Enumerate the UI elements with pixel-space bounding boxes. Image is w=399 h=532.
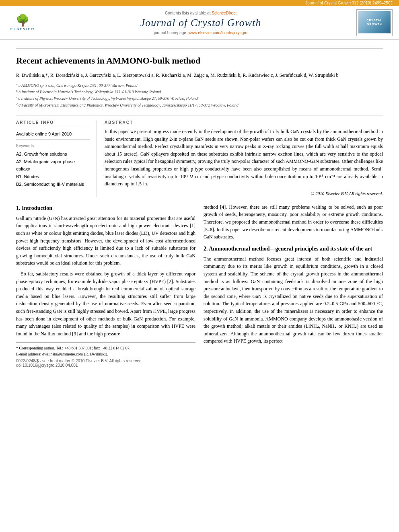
divider2	[16, 140, 90, 140]
crystal-logo-text: CRYSTALGROWTH	[366, 18, 382, 26]
journal-title-block: Contents lists available at ScienceDirec…	[45, 11, 356, 35]
crystal-growth-logo: CRYSTALGROWTH	[356, 9, 393, 36]
body-col-left: 1. Introduction Gallium nitride (GaN) ha…	[16, 203, 195, 368]
elsevier-tree-icon: 🌳	[16, 15, 30, 26]
sciencedirect-link: Contents lists available at ScienceDirec…	[45, 11, 356, 15]
keyword-4: B2. Semiconducting III-V materials	[16, 181, 90, 188]
authors: R. Dwiliński a,*, R. Doradziński a, J. G…	[16, 72, 383, 79]
crystal-logo-image: CRYSTALGROWTH	[358, 11, 391, 33]
keyword-3: B1. Nitrides	[16, 173, 90, 181]
affiliation-c: c c Institute of Physics, Wroclaw Univer…	[16, 95, 383, 102]
ammonothermal-para-1: The ammonothermal method focuses great i…	[204, 255, 383, 345]
issn: 0022-0248/$ - see front matter © 2010 El…	[16, 359, 195, 363]
intro-continuation: method [4]. However, there are still man…	[204, 203, 383, 241]
issn-line: 0022-0248/$ - see front matter © 2010 El…	[16, 359, 195, 368]
citation-bar: Journal of Crystal Growth 312 (2010) 249…	[0, 0, 399, 6]
email-note: E-mail address: dwilinski@ammono.com (R.…	[16, 351, 195, 357]
elsevier-wordmark: ELSEVIER	[10, 27, 35, 31]
divider	[16, 128, 90, 128]
article-title: Recent achievements in AMMONO-bulk metho…	[16, 48, 383, 67]
intro-para-1: Gallium nitride (GaN) has attracted grea…	[16, 215, 195, 267]
main-content: Recent achievements in AMMONO-bulk metho…	[0, 40, 399, 376]
footnote: * Corresponding author. Tel.: +48 601 38…	[16, 342, 195, 357]
intro-body: Gallium nitride (GaN) has attracted grea…	[16, 215, 195, 338]
citation-text: Journal of Crystal Growth 312 (2010) 249…	[305, 1, 393, 5]
affiliation-d: d d Faculty of Microsystem Electronics a…	[16, 102, 383, 109]
doi: doi:10.1016/j.jcrysgro.2010.04.001	[16, 363, 195, 368]
sciencedirect-anchor[interactable]: ScienceDirect	[212, 11, 237, 15]
abstract-col: ABSTRACT In this paper we present progre…	[105, 120, 383, 197]
body-columns: 1. Introduction Gallium nitride (GaN) ha…	[16, 203, 383, 368]
journal-homepage: journal homepage: www.elsevier.com/locat…	[45, 31, 356, 35]
keyword-2: A2. Metalorganic vapor phase epitaxy	[16, 158, 90, 173]
affiliation-a: a a AMMONO sp. z o.o., Czerwonego Krzyża…	[16, 82, 383, 89]
affiliation-b: b b Institute of Electronic Materials Te…	[16, 89, 383, 95]
copyright: © 2010 Elsevier B.V. All rights reserved…	[105, 190, 383, 197]
affiliations: a a AMMONO sp. z o.o., Czerwonego Krzyża…	[16, 82, 383, 109]
abstract-label: ABSTRACT	[105, 120, 383, 125]
keywords-list: A2. Growth from solutions A2. Metalorgan…	[16, 150, 90, 188]
corresponding-note: * Corresponding author. Tel.: +48 601 38…	[16, 345, 195, 351]
homepage-prefix: journal homepage:	[154, 31, 187, 35]
authors-text: R. Dwiliński a,*, R. Doradziński a, J. G…	[16, 72, 339, 78]
keyword-1: A2. Growth from solutions	[16, 150, 90, 158]
homepage-url[interactable]: www.elsevier.com/locate/jcrysgro	[188, 31, 247, 35]
article-info-label: ARTICLE INFO	[16, 120, 90, 125]
intro-title: 1. Introduction	[16, 205, 195, 212]
body-col-right: method [4]. However, there are still man…	[204, 203, 383, 368]
page-container: Journal of Crystal Growth 312 (2010) 249…	[0, 0, 399, 532]
abstract-text: In this paper we present progress made r…	[105, 128, 383, 197]
intro-para-2: So far, satisfactory results were obtain…	[16, 270, 195, 337]
article-info-abstract: ARTICLE INFO Available online 9 April 20…	[16, 115, 383, 197]
article-info-col: ARTICLE INFO Available online 9 April 20…	[16, 120, 97, 197]
intro-continuation-text: method [4]. However, there are still man…	[204, 203, 383, 241]
elsevier-logo: 🌳 ELSEVIER	[6, 15, 39, 31]
sciencedirect-prefix: Contents lists available at	[165, 11, 210, 15]
journal-header: 🌳 ELSEVIER Contents lists available at S…	[0, 6, 399, 40]
ammonothermal-body: The ammonothermal method focuses great i…	[204, 255, 383, 345]
available-online: Available online 9 April 2010	[16, 131, 90, 136]
ammonothermal-title: 2. Ammonothermal method—general principl…	[204, 246, 383, 252]
keywords-label: Keywords:	[16, 143, 90, 148]
keywords-header: Keywords:	[16, 144, 35, 148]
journal-name: Journal of Crystal Growth	[45, 17, 356, 29]
